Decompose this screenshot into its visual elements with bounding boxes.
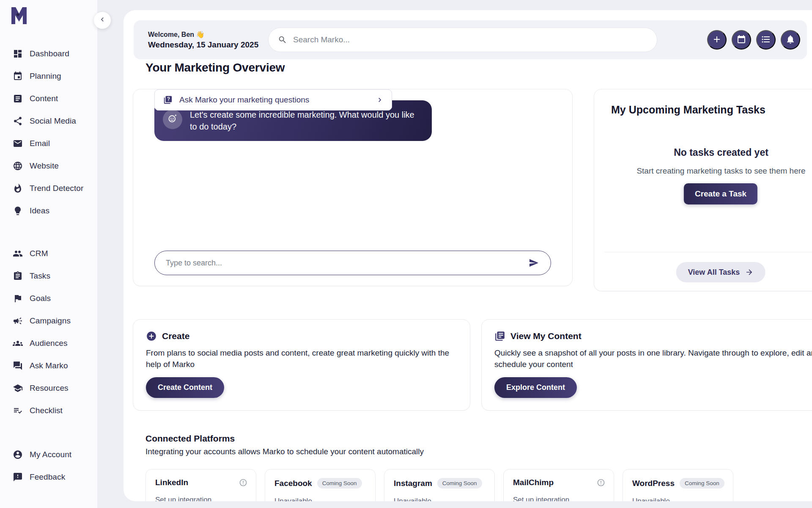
dashboard-icon [13,49,23,59]
create-card-title: Create [162,331,189,341]
platform-action-label[interactable]: Unavailable [394,497,486,501]
send-icon[interactable] [529,258,539,268]
welcome-text: Welcome, Ben 👋 [148,30,258,39]
platform-card-instagram[interactable]: Instagram Coming Soon Unavailable [384,469,495,501]
search-input[interactable] [293,35,647,44]
sidebar-item-email[interactable]: Email [0,132,97,155]
sidebar-item-label: Goals [30,294,51,303]
sidebar-item-trend-detector[interactable]: Trend Detector [0,177,97,199]
bell-icon [785,34,796,46]
mail-icon [13,138,23,149]
groups-icon [13,338,23,348]
sidebar-item-planning[interactable]: Planning [0,65,97,87]
top-bar: Welcome, Ben 👋 Wednesday, 15 January 202… [134,20,807,59]
library-icon [494,331,505,342]
platform-action-label[interactable]: Set up integration [155,496,247,501]
view-content-card-header: View My Content [494,331,582,342]
sidebar-item-label: Website [30,161,59,171]
sidebar-item-label: Checklist [30,406,63,415]
list-button[interactable] [756,30,776,50]
platform-name: WordPress [632,479,675,488]
sidebar-item-feedback[interactable]: Feedback [0,466,97,488]
info-icon[interactable] [597,478,605,487]
sidebar-item-content[interactable]: Content [0,87,97,110]
explore-content-button[interactable]: Explore Content [494,377,577,398]
platform-name: Facebook [274,479,312,488]
connected-platforms-subtitle: Integrating your accounts allows Marko t… [145,447,424,456]
sidebar-collapse-button[interactable] [94,12,111,29]
robot-face-icon [167,113,178,126]
platform-card-wordpress[interactable]: WordPress Coming Soon Unavailable [623,469,733,501]
sidebar-item-resources[interactable]: Resources [0,377,97,399]
view-all-tasks-label: View All Tasks [688,268,740,277]
platform-card-header: MailChimp [513,478,605,487]
platform-action-label[interactable]: Unavailable [632,497,724,501]
create-content-button[interactable]: Create Content [146,377,224,398]
coming-soon-badge: Coming Soon [317,478,362,489]
tasks-card-title: My Upcoming Marketing Tasks [611,104,765,116]
info-icon[interactable] [239,478,247,487]
sidebar-item-audiences[interactable]: Audiences [0,332,97,354]
sidebar-item-dashboard[interactable]: Dashboard [0,42,97,65]
globe-icon [13,161,23,171]
sidebar-item-goals[interactable]: Goals [0,287,97,309]
sidebar-item-label: Tasks [30,271,50,281]
sidebar-item-website[interactable]: Website [0,155,97,177]
bulb-icon [13,206,23,216]
sidebar-item-label: My Account [30,450,71,459]
article-icon [13,94,23,104]
platform-card-linkedin[interactable]: LinkedIn Set up integration [145,469,256,501]
account-icon [13,450,23,460]
main-panel: Welcome, Ben 👋 Wednesday, 15 January 202… [123,10,812,501]
assistant-input[interactable] [166,259,529,268]
chevron-right-icon [376,96,384,104]
coming-soon-badge: Coming Soon [680,478,724,489]
sidebar-item-ideas[interactable]: Ideas [0,199,97,222]
view-all-tasks-button[interactable]: View All Tasks [676,262,765,282]
people-icon [13,248,23,259]
share-icon [13,116,23,126]
flame-icon [13,183,23,193]
plus-circle-icon [146,331,157,342]
sidebar-item-tasks[interactable]: Tasks [0,265,97,287]
sidebar-item-label: Trend Detector [30,184,83,193]
chat-icon [13,361,23,371]
create-task-button[interactable]: Create a Task [684,183,757,204]
list-icon [761,34,771,46]
platform-card-facebook[interactable]: Facebook Coming Soon Unavailable [265,469,376,501]
sidebar-item-crm[interactable]: CRM [0,242,97,265]
quiz-icon [163,95,173,105]
sidebar-item-my-account[interactable]: My Account [0,443,97,466]
bell-button[interactable] [781,30,800,50]
sidebar-item-checklist[interactable]: Checklist [0,399,97,422]
checklist-icon [13,406,23,416]
calendar-solid-button[interactable] [732,30,751,50]
plus-button[interactable] [707,30,727,50]
view-content-card: View My Content Quickly see a snapshot o… [481,319,812,411]
sidebar-item-ask-marko[interactable]: Ask Marko [0,354,97,377]
sidebar: Dashboard Planning Content Social Media [0,0,97,508]
sidebar-item-label: Dashboard [30,49,69,58]
sidebar-item-campaigns[interactable]: Campaigns [0,309,97,332]
platform-action-label[interactable]: Set up integration [513,496,605,501]
sidebar-item-label: CRM [30,249,48,258]
marko-bot-avatar [163,110,182,129]
create-card-header: Create [146,331,189,342]
sidebar-item-label: Ask Marko [30,361,68,370]
platform-action-label[interactable]: Unavailable [274,497,367,501]
sidebar-nav-main: Dashboard Planning Content Social Media [0,42,97,222]
app-logo-m-icon [8,6,30,25]
event-icon [13,71,23,81]
assistant-option-ask-marko-your-marketing-questions[interactable]: Ask Marko your marketing questions [154,89,392,110]
app-root: Dashboard Planning Content Social Media [0,0,812,508]
view-content-card-description: Quickly see a snapshot of all your posts… [494,348,812,370]
arrow-right-icon [745,268,753,276]
sidebar-item-social-media[interactable]: Social Media [0,110,97,132]
create-card: Create From plans to social media posts … [133,319,470,411]
platform-card-header: Facebook Coming Soon [274,478,367,489]
platform-name: LinkedIn [155,478,188,487]
platform-card-header: Instagram Coming Soon [394,478,486,489]
topbar-actions [707,30,800,50]
sidebar-item-label: Social Media [30,116,76,126]
platform-card-mailchimp[interactable]: MailChimp Set up integration [503,469,614,501]
